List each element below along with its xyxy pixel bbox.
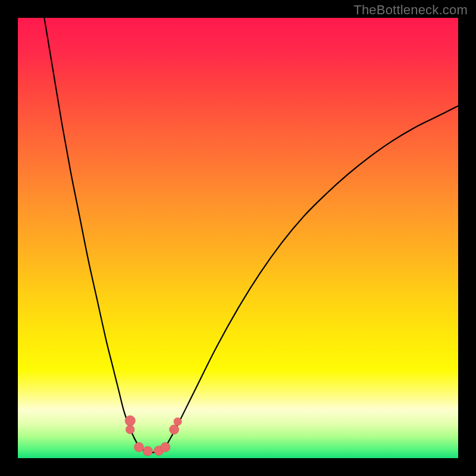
data-marker xyxy=(125,415,135,425)
data-marker xyxy=(174,418,181,425)
data-marker xyxy=(134,443,144,452)
watermark-text: TheBottleneck.com xyxy=(353,2,468,18)
data-marker xyxy=(143,446,152,456)
curve-layer xyxy=(18,18,458,458)
plot-area xyxy=(18,18,458,458)
bottleneck-curve xyxy=(44,18,458,452)
data-marker xyxy=(126,425,134,434)
chart-frame: TheBottleneck.com xyxy=(0,0,476,476)
data-marker xyxy=(161,443,170,452)
data-marker xyxy=(170,425,179,434)
